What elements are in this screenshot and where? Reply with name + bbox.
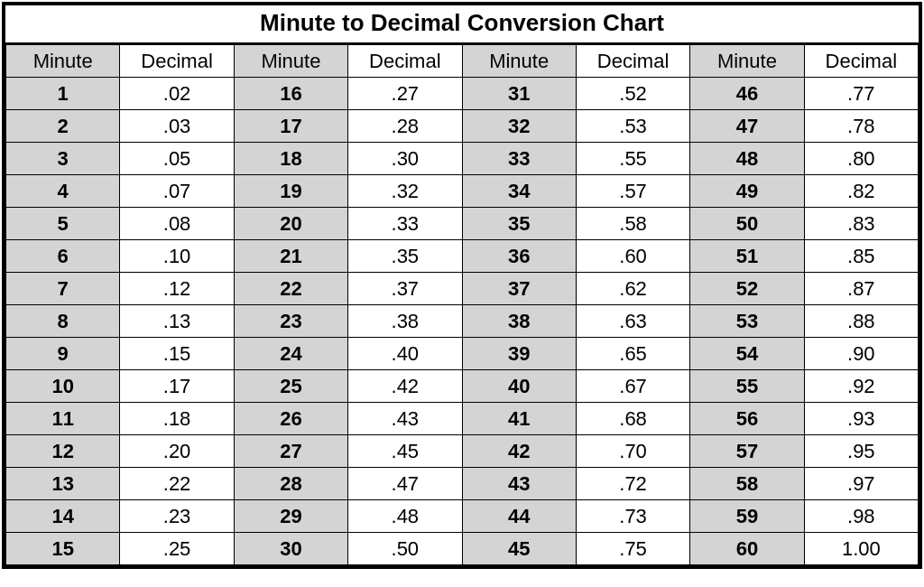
table-row: 8.1323.3838.6353.88: [6, 305, 919, 338]
minute-cell: 18: [234, 143, 347, 175]
decimal-cell: .53: [576, 110, 689, 143]
minute-cell: 20: [234, 208, 347, 240]
minute-cell: 40: [462, 370, 576, 403]
decimal-cell: .92: [804, 370, 918, 403]
minute-cell: 19: [234, 175, 347, 208]
decimal-cell: .93: [804, 403, 918, 435]
header-decimal: Decimal: [120, 45, 234, 78]
decimal-cell: .08: [120, 208, 234, 240]
decimal-cell: .90: [804, 338, 918, 370]
minute-cell: 45: [462, 533, 576, 565]
minute-cell: 24: [234, 338, 347, 370]
minute-cell: 4: [6, 175, 120, 208]
decimal-cell: .23: [120, 500, 234, 533]
decimal-cell: .80: [804, 143, 918, 175]
minute-cell: 47: [690, 110, 804, 143]
decimal-cell: .63: [576, 305, 689, 338]
minute-cell: 11: [6, 403, 120, 435]
decimal-cell: .52: [576, 78, 689, 110]
header-decimal: Decimal: [348, 45, 462, 78]
table-row: 9.1524.4039.6554.90: [6, 338, 919, 370]
decimal-cell: .30: [348, 143, 462, 175]
minute-cell: 56: [690, 403, 804, 435]
minute-cell: 21: [234, 240, 347, 273]
minute-cell: 57: [690, 435, 804, 468]
decimal-cell: .33: [348, 208, 462, 240]
minute-cell: 55: [690, 370, 804, 403]
minute-cell: 10: [6, 370, 120, 403]
minute-cell: 41: [462, 403, 576, 435]
decimal-cell: .82: [804, 175, 918, 208]
minute-cell: 54: [690, 338, 804, 370]
minute-cell: 44: [462, 500, 576, 533]
minute-cell: 58: [690, 468, 804, 500]
table-row: 3.0518.3033.5548.80: [6, 143, 919, 175]
table-row: 1.0216.2731.5246.77: [6, 78, 919, 110]
decimal-cell: .95: [804, 435, 918, 468]
minute-cell: 34: [462, 175, 576, 208]
decimal-cell: .27: [348, 78, 462, 110]
decimal-cell: .22: [120, 468, 234, 500]
table-row: 12.2027.4542.7057.95: [6, 435, 919, 468]
table-row: 10.1725.4240.6755.92: [6, 370, 919, 403]
decimal-cell: .13: [120, 305, 234, 338]
minute-cell: 42: [462, 435, 576, 468]
decimal-cell: .68: [576, 403, 689, 435]
minute-cell: 17: [234, 110, 347, 143]
table-row: 4.0719.3234.5749.82: [6, 175, 919, 208]
minute-cell: 5: [6, 208, 120, 240]
minute-cell: 29: [234, 500, 347, 533]
minute-cell: 23: [234, 305, 347, 338]
minute-cell: 46: [690, 78, 804, 110]
minute-cell: 28: [234, 468, 347, 500]
decimal-cell: .20: [120, 435, 234, 468]
table-row: 5.0820.3335.5850.83: [6, 208, 919, 240]
decimal-cell: .48: [348, 500, 462, 533]
minute-cell: 13: [6, 468, 120, 500]
minute-cell: 35: [462, 208, 576, 240]
decimal-cell: .85: [804, 240, 918, 273]
decimal-cell: .35: [348, 240, 462, 273]
decimal-cell: .42: [348, 370, 462, 403]
minute-cell: 52: [690, 273, 804, 305]
minute-cell: 25: [234, 370, 347, 403]
decimal-cell: .55: [576, 143, 689, 175]
minute-cell: 26: [234, 403, 347, 435]
minute-cell: 53: [690, 305, 804, 338]
decimal-cell: .50: [348, 533, 462, 565]
minute-cell: 59: [690, 500, 804, 533]
decimal-cell: 1.00: [804, 533, 918, 565]
decimal-cell: .97: [804, 468, 918, 500]
decimal-cell: .70: [576, 435, 689, 468]
decimal-cell: .25: [120, 533, 234, 565]
decimal-cell: .28: [348, 110, 462, 143]
minute-cell: 12: [6, 435, 120, 468]
minute-cell: 3: [6, 143, 120, 175]
minute-cell: 27: [234, 435, 347, 468]
minute-cell: 49: [690, 175, 804, 208]
minute-cell: 31: [462, 78, 576, 110]
table-row: 7.1222.3737.6252.87: [6, 273, 919, 305]
minute-cell: 22: [234, 273, 347, 305]
decimal-cell: .72: [576, 468, 689, 500]
minute-cell: 15: [6, 533, 120, 565]
decimal-cell: .88: [804, 305, 918, 338]
table-row: 11.1826.4341.6856.93: [6, 403, 919, 435]
minute-cell: 43: [462, 468, 576, 500]
minute-cell: 60: [690, 533, 804, 565]
decimal-cell: .75: [576, 533, 689, 565]
table-row: 6.1021.3536.6051.85: [6, 240, 919, 273]
decimal-cell: .60: [576, 240, 689, 273]
decimal-cell: .65: [576, 338, 689, 370]
decimal-cell: .10: [120, 240, 234, 273]
table-row: 14.2329.4844.7359.98: [6, 500, 919, 533]
table-row: 2.0317.2832.5347.78: [6, 110, 919, 143]
decimal-cell: .45: [348, 435, 462, 468]
minute-cell: 37: [462, 273, 576, 305]
decimal-cell: .47: [348, 468, 462, 500]
chart-title: Minute to Decimal Conversion Chart: [5, 5, 919, 44]
header-minute: Minute: [234, 45, 347, 78]
minute-cell: 16: [234, 78, 347, 110]
conversion-chart: Minute to Decimal Conversion Chart Minut…: [2, 2, 922, 569]
decimal-cell: .77: [804, 78, 918, 110]
